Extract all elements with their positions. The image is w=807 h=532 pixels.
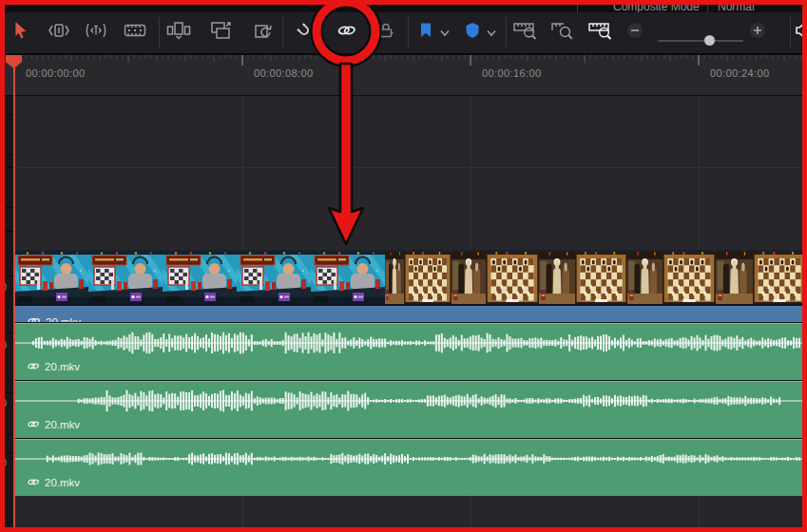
timeline-ruler[interactable]: 00:00:00:0000:00:08:0000:00:16:0000:00:2… <box>4 53 803 96</box>
toolbar-separator <box>159 17 160 48</box>
timecode-label: 00:00:16:00 <box>482 67 542 79</box>
position-lock-icon <box>376 21 395 44</box>
audio-waveform <box>14 328 803 358</box>
audio-waveform <box>14 386 803 416</box>
snapping-icon <box>295 21 314 44</box>
video-thumbnail-stream <box>163 252 237 304</box>
toolbar-separator <box>282 17 283 48</box>
link-icon <box>26 314 40 322</box>
snapping-button[interactable] <box>290 18 318 47</box>
audio-monitor-icon <box>796 22 807 43</box>
composite-mode-value[interactable]: Normal <box>718 0 755 13</box>
timecode-label: 00:00:08:00 <box>254 67 314 79</box>
playhead-line[interactable] <box>13 55 15 527</box>
track-header-partial-label: 0 <box>4 457 7 468</box>
insert-clip-icon <box>166 21 191 44</box>
zoom-out-button[interactable] <box>621 18 649 47</box>
video-thumbnail-chess <box>753 252 803 304</box>
video-clip-label-bar: 20.mkv <box>14 306 803 322</box>
dynamic-trim-mode-icon <box>85 22 107 43</box>
track-header-partial-label: 0 <box>4 281 7 293</box>
razor-edit-mode-icon <box>124 23 146 42</box>
zoom-slider-track <box>658 40 743 42</box>
video-thumbnail-stream <box>237 252 311 304</box>
audio-tracks-region: 20.mkv20.mkv20.mkv <box>14 322 803 495</box>
video-thumbnails <box>14 252 803 304</box>
overwrite-clip-button[interactable] <box>207 18 236 47</box>
track-header-partial-label: 0 <box>4 397 7 408</box>
composite-mode-label: Composite Mode <box>613 0 700 13</box>
replace-clip-icon <box>254 21 277 44</box>
zoom-out-icon <box>626 22 644 43</box>
zoom-in-button[interactable] <box>743 18 772 47</box>
video-thumbnail-stream <box>88 252 163 304</box>
audio-monitor-button[interactable] <box>789 18 807 47</box>
video-thumbnail-chess <box>575 252 627 304</box>
toolbar-separator <box>408 17 409 48</box>
video-thumbnail-stream <box>14 252 88 304</box>
timecode-label: 00:00:24:00 <box>710 67 770 79</box>
marker-chevron-icon <box>486 24 497 41</box>
audio-clip-a1[interactable]: 20.mkv <box>14 323 803 380</box>
audio-waveform <box>14 444 803 474</box>
link-icon <box>26 358 39 375</box>
video-thumbnail-chess <box>663 252 716 304</box>
dynamic-trim-mode-button[interactable] <box>82 18 110 47</box>
zoom-detail-button[interactable] <box>548 18 577 47</box>
zoom-slider-thumb[interactable] <box>704 35 715 46</box>
position-lock-button[interactable] <box>372 18 400 47</box>
zoom-custom-icon <box>588 21 613 44</box>
video-thumbnail-painting <box>539 252 575 304</box>
overwrite-clip-icon <box>210 21 233 44</box>
video-thumbnail-stream <box>311 252 385 304</box>
selection-mode-button[interactable] <box>7 18 35 47</box>
edit-toolbar <box>4 12 803 55</box>
composite-mode-strip: Composite Mode Normal <box>4 4 803 12</box>
video-thumbnail-painting <box>452 252 486 304</box>
marker-chevron-button[interactable] <box>477 18 506 47</box>
video-thumbnail-painting <box>716 252 753 304</box>
video-thumbnail-painting <box>385 252 404 304</box>
resolve-timeline-window: Composite Mode Normal 00:00:00:0000:00:0… <box>0 0 807 532</box>
zoom-full-extent-icon <box>513 21 538 44</box>
track-header-partial-label: 0 <box>4 339 7 351</box>
zoom-in-icon <box>749 22 766 43</box>
audio-clip-name: 20.mkv <box>45 419 80 430</box>
replace-clip-button[interactable] <box>251 18 279 47</box>
insert-clip-button[interactable] <box>164 18 193 47</box>
link-icon <box>26 416 39 433</box>
video-clip[interactable]: 20.mkv <box>14 250 803 322</box>
timeline-area[interactable]: 0000 20.mkv 20.mkv20.mkv20.mkv <box>4 96 803 527</box>
track-divider <box>13 167 803 168</box>
video-thumbnail-chess <box>404 252 452 304</box>
linked-selection-icon <box>334 22 358 43</box>
timecode-label: 00:00:00:00 <box>26 67 86 79</box>
toolbar-separator <box>790 17 791 48</box>
zoom-detail-icon <box>550 21 575 44</box>
razor-edit-mode-button[interactable] <box>121 18 149 47</box>
selection-mode-icon <box>11 21 30 44</box>
link-icon <box>26 474 39 491</box>
toolbar-separator <box>506 17 507 48</box>
trim-edit-mode-icon <box>48 22 70 43</box>
linked-selection-button[interactable] <box>332 18 360 47</box>
zoom-full-extent-button[interactable] <box>511 18 540 47</box>
zoom-slider[interactable] <box>658 31 743 50</box>
audio-clip-a2[interactable]: 20.mkv <box>14 381 803 438</box>
audio-clip-a3[interactable]: 20.mkv <box>14 439 803 496</box>
flag-chevron-icon <box>439 24 451 41</box>
flag-chevron-button[interactable] <box>431 18 459 47</box>
ruler-ticks <box>4 53 807 66</box>
audio-clip-name: 20.mkv <box>45 477 80 488</box>
trim-edit-mode-button[interactable] <box>45 18 73 47</box>
zoom-custom-button[interactable] <box>586 18 615 47</box>
video-thumbnail-painting <box>627 252 663 304</box>
video-thumbnail-chess <box>486 252 539 304</box>
audio-clip-name: 20.mkv <box>45 361 80 372</box>
